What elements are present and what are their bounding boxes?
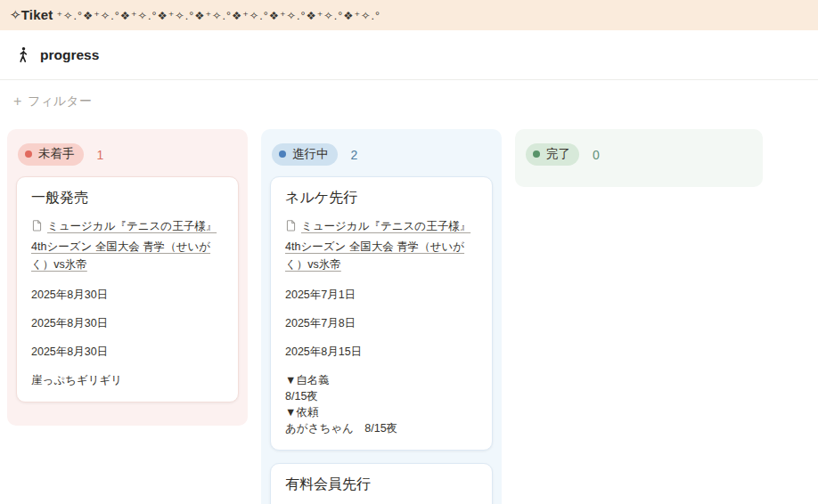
- walking-person-icon[interactable]: [14, 46, 32, 64]
- title-decoration: ⁺✧.°❖⁺✧.°❖⁺✧.°❖⁺✧.°❖⁺✧.°❖⁺✧.°❖⁺✧.°❖⁺✧.°❖…: [57, 9, 381, 22]
- column-header-not-started: 未着手1: [18, 143, 237, 166]
- board-column-in-progress: 進行中2ネルケ先行ミュージカル『テニスの王子様』4thシーズン 全国大会 青学（…: [261, 129, 502, 504]
- add-filter-button[interactable]: + フィルター: [0, 80, 105, 115]
- column-header-in-progress: 進行中2: [272, 143, 491, 166]
- card-relation-link[interactable]: ミュージカル『テニスの王子様』4thシーズン 全国大会 青学（せいがく）vs氷帝: [31, 220, 217, 271]
- column-header-done: 完了0: [526, 143, 752, 166]
- card-property-value: 2025年7月1日: [285, 288, 478, 303]
- column-count: 2: [351, 148, 358, 162]
- card-property-value: 2025年8月30日: [31, 316, 224, 331]
- page-title: progress: [40, 47, 99, 63]
- card-property-value: 2025年7月8日: [285, 316, 478, 331]
- card-property-value: 崖っぷちギリギリ: [31, 373, 224, 388]
- card-memo-line: ▼依頼: [285, 404, 478, 420]
- status-label: 未着手: [38, 146, 75, 162]
- filter-label: フィルター: [28, 93, 91, 110]
- board-column-done: 完了0: [515, 129, 763, 187]
- card-memo-line: あがさちゃん 8/15夜: [285, 420, 478, 436]
- status-pill-done[interactable]: 完了: [526, 143, 579, 166]
- status-label: 完了: [546, 146, 570, 162]
- column-count: 0: [593, 148, 600, 162]
- page-header: progress: [0, 30, 818, 80]
- card-relation-row: ミュージカル『テニスの王子様』4thシーズン 全国大会 青学（せいがく）vs氷帝: [31, 217, 224, 274]
- card-property-value: 2025年8月30日: [31, 345, 224, 360]
- workspace-title: ✧Tiket: [10, 7, 53, 23]
- status-dot-icon: [279, 150, 286, 158]
- card-relation-link[interactable]: ミュージカル『テニスの王子様』4thシーズン 全国大会 青学（せいがく）vs氷帝: [285, 220, 470, 271]
- card-property-value: 2025年8月30日: [31, 288, 224, 303]
- kanban-card[interactable]: 有料会員先行ミュージカル『刀剣乱舞』 目出度歌誉花舞 十周年祝賀祭: [270, 463, 493, 504]
- plus-icon: +: [13, 94, 21, 109]
- column-count: 1: [97, 148, 104, 162]
- board: 未着手1一般発売ミュージカル『テニスの王子様』4thシーズン 全国大会 青学（せ…: [0, 115, 818, 504]
- board-column-not-started: 未着手1一般発売ミュージカル『テニスの王子様』4thシーズン 全国大会 青学（せ…: [7, 129, 248, 426]
- page-doc-icon: [31, 219, 43, 238]
- kanban-card[interactable]: ネルケ先行ミュージカル『テニスの王子様』4thシーズン 全国大会 青学（せいがく…: [270, 176, 493, 451]
- top-banner: ✧Tiket ⁺✧.°❖⁺✧.°❖⁺✧.°❖⁺✧.°❖⁺✧.°❖⁺✧.°❖⁺✧.…: [0, 0, 818, 30]
- card-memo-line: ▼自名義: [285, 372, 478, 388]
- card-relation-row: ミュージカル『テニスの王子様』4thシーズン 全国大会 青学（せいがく）vs氷帝: [285, 217, 478, 274]
- card-memo: ▼自名義8/15夜▼依頼あがさちゃん 8/15夜: [285, 372, 478, 437]
- page-doc-icon: [285, 219, 297, 238]
- card-memo-line: 8/15夜: [285, 388, 478, 404]
- status-dot-icon: [25, 150, 32, 158]
- status-pill-not-started[interactable]: 未着手: [18, 143, 84, 166]
- status-dot-icon: [533, 150, 540, 158]
- status-pill-in-progress[interactable]: 進行中: [272, 143, 338, 166]
- card-property-value: 2025年8月15日: [285, 345, 478, 360]
- card-title: 有料会員先行: [285, 476, 478, 494]
- card-title: ネルケ先行: [285, 189, 478, 207]
- kanban-card[interactable]: 一般発売ミュージカル『テニスの王子様』4thシーズン 全国大会 青学（せいがく）…: [16, 176, 239, 402]
- status-label: 進行中: [292, 146, 329, 162]
- card-title: 一般発売: [31, 189, 224, 207]
